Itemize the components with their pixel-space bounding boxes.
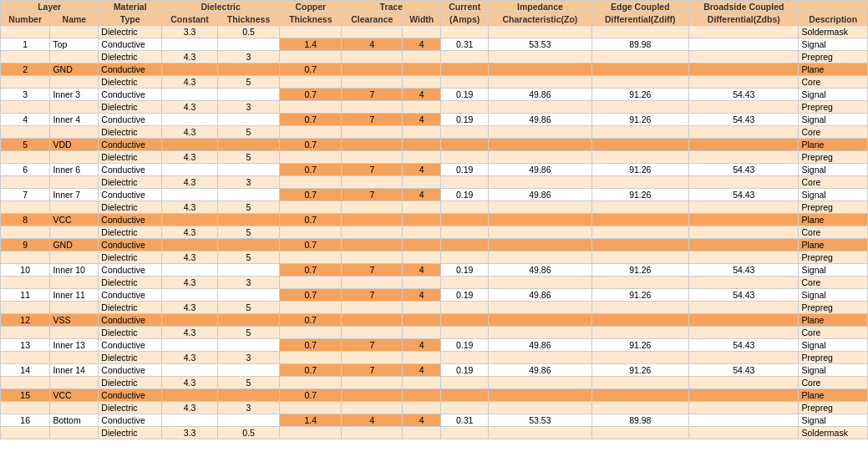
cell-zo xyxy=(489,277,591,289)
cell-amps xyxy=(441,126,489,139)
cell-constant: 4.3 xyxy=(162,377,218,389)
cell-thickness-c xyxy=(280,377,342,389)
cell-amps: 0.19 xyxy=(441,89,489,101)
table-row[interactable]: 5VDDConductive0.7Plane xyxy=(1,139,868,151)
table-body: Dielectric3.30.5Soldermask1TopConductive… xyxy=(1,26,868,439)
cell-desc: Signal xyxy=(799,38,868,51)
table-row[interactable]: 7Inner 7Conductive0.7740.1949.8691.2654.… xyxy=(1,189,868,201)
table-row[interactable]: Dielectric4.33Core xyxy=(1,176,868,189)
table-row[interactable]: 1TopConductive1.4440.3153.5389.98Signal xyxy=(1,38,868,51)
cell-zdiff xyxy=(591,389,689,402)
cell-zo xyxy=(489,377,591,389)
cell-width xyxy=(403,314,441,327)
cell-number: 6 xyxy=(1,164,50,176)
table-row[interactable]: Dielectric4.35Core xyxy=(1,377,868,389)
cell-name: GND xyxy=(50,239,99,251)
cell-type: Dielectric xyxy=(99,126,162,139)
cell-constant xyxy=(162,114,218,126)
cell-width: 4 xyxy=(403,38,441,51)
cell-zdiff: 91.26 xyxy=(591,264,689,277)
cell-thickness-d xyxy=(217,414,279,427)
cell-desc: Core xyxy=(799,176,868,189)
col-header-layer: Layer xyxy=(1,1,99,13)
table-row[interactable]: Dielectric4.33Core xyxy=(1,277,868,289)
cell-desc: Prepreg xyxy=(799,51,868,63)
cell-name: Inner 7 xyxy=(50,189,99,201)
table-row[interactable]: 15VCCConductive0.7Plane xyxy=(1,389,868,402)
table-row[interactable]: 9GNDConductive0.7Plane xyxy=(1,239,868,251)
table-row[interactable]: Dielectric4.35Core xyxy=(1,327,868,339)
table-row[interactable]: 14Inner 14Conductive0.7740.1949.8691.265… xyxy=(1,364,868,377)
col-header-impedance: Impedance xyxy=(489,1,591,13)
table-row[interactable]: Dielectric4.35Core xyxy=(1,226,868,239)
table-row[interactable]: 2GNDConductive0.7Plane xyxy=(1,63,868,76)
cell-number xyxy=(1,427,50,439)
table-row[interactable]: 11Inner 11Conductive0.7740.1949.8691.265… xyxy=(1,289,868,302)
table-row[interactable]: 12VSSConductive0.7Plane xyxy=(1,314,868,327)
cell-zo xyxy=(489,389,591,402)
header-row-2: Number Name Type Constant Thickness Thic… xyxy=(1,13,868,26)
cell-name xyxy=(50,427,99,439)
cell-clearance: 7 xyxy=(342,164,403,176)
table-row[interactable]: Dielectric4.33Prepreg xyxy=(1,402,868,414)
cell-zdbs: 54.43 xyxy=(689,339,799,352)
cell-amps xyxy=(441,314,489,327)
cell-zdiff xyxy=(591,352,689,364)
cell-type: Conductive xyxy=(99,214,162,226)
cell-thickness-d: 5 xyxy=(217,151,279,164)
cell-constant: 4.3 xyxy=(162,226,218,239)
table-row[interactable]: 4Inner 4Conductive0.7740.1949.8691.2654.… xyxy=(1,114,868,126)
table-row[interactable]: 8VCCConductive0.7Plane xyxy=(1,214,868,226)
cell-thickness-c xyxy=(280,51,342,63)
table-row[interactable]: Dielectric4.33Prepreg xyxy=(1,352,868,364)
cell-number: 2 xyxy=(1,63,50,76)
cell-thickness-c xyxy=(280,76,342,89)
cell-constant xyxy=(162,38,218,51)
cell-amps xyxy=(441,176,489,189)
cell-name: Inner 13 xyxy=(50,339,99,352)
cell-thickness-d: 5 xyxy=(217,327,279,339)
table-row[interactable]: Dielectric4.33Prepreg xyxy=(1,51,868,63)
cell-desc: Signal xyxy=(799,264,868,277)
cell-amps xyxy=(441,101,489,114)
cell-constant xyxy=(162,289,218,302)
cell-zo xyxy=(489,51,591,63)
table-row[interactable]: Dielectric4.35Prepreg xyxy=(1,201,868,214)
cell-thickness-d: 3 xyxy=(217,101,279,114)
table-row[interactable]: Dielectric3.30.5Soldermask xyxy=(1,427,868,439)
table-row[interactable]: Dielectric4.33Prepreg xyxy=(1,101,868,114)
cell-number: 13 xyxy=(1,339,50,352)
col-number: Number xyxy=(1,13,50,26)
col-desc: Description xyxy=(799,13,868,26)
cell-zdbs xyxy=(689,327,799,339)
cell-thickness-d: 0.5 xyxy=(217,427,279,439)
cell-zo xyxy=(489,402,591,414)
cell-amps xyxy=(441,402,489,414)
cell-desc: Signal xyxy=(799,114,868,126)
table-row[interactable]: Dielectric4.35Prepreg xyxy=(1,302,868,314)
table-row[interactable]: 6Inner 6Conductive0.7740.1949.8691.2654.… xyxy=(1,164,868,176)
cell-name: Inner 6 xyxy=(50,164,99,176)
cell-zdiff xyxy=(591,314,689,327)
cell-thickness-c: 0.7 xyxy=(280,63,342,76)
cell-clearance: 7 xyxy=(342,189,403,201)
cell-width: 4 xyxy=(403,164,441,176)
table-row[interactable]: Dielectric4.35Core xyxy=(1,76,868,89)
cell-desc: Core xyxy=(799,126,868,139)
col-clearance: Clearance xyxy=(342,13,403,26)
cell-zdbs xyxy=(689,239,799,251)
cell-constant xyxy=(162,389,218,402)
table-row[interactable]: 13Inner 13Conductive0.7740.1949.8691.265… xyxy=(1,339,868,352)
table-row[interactable]: 10Inner 10Conductive0.7740.1949.8691.265… xyxy=(1,264,868,277)
table-row[interactable]: Dielectric4.35Prepreg xyxy=(1,251,868,264)
table-row[interactable]: Dielectric4.35Prepreg xyxy=(1,151,868,164)
table-row[interactable]: Dielectric3.30.5Soldermask xyxy=(1,26,868,38)
col-header-copper: Copper xyxy=(280,1,342,13)
cell-zdiff xyxy=(591,63,689,76)
table-row[interactable]: 16BottomConductive1.4440.3153.5389.98Sig… xyxy=(1,414,868,427)
cell-constant: 4.3 xyxy=(162,176,218,189)
cell-width xyxy=(403,201,441,214)
table-row[interactable]: 3Inner 3Conductive0.7740.1949.8691.2654.… xyxy=(1,89,868,101)
cell-zdiff: 91.26 xyxy=(591,89,689,101)
table-row[interactable]: Dielectric4.35Core xyxy=(1,126,868,139)
